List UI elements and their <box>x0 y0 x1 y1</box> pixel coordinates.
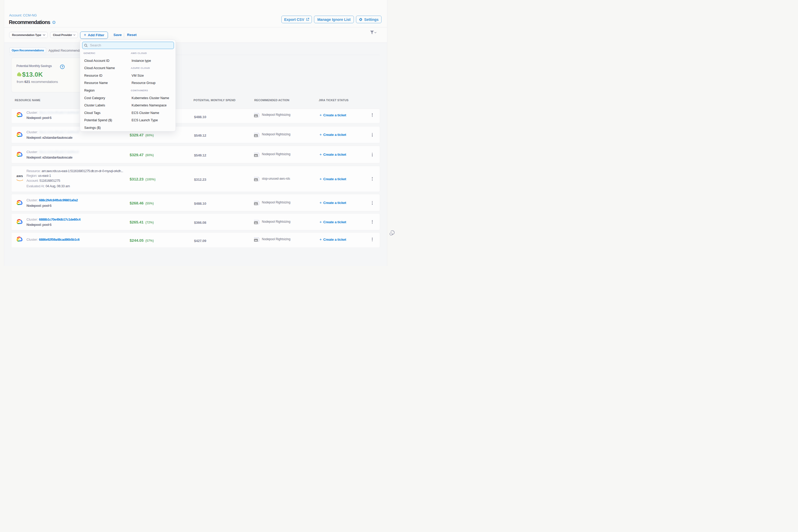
svg-text:?: ? <box>61 65 63 68</box>
